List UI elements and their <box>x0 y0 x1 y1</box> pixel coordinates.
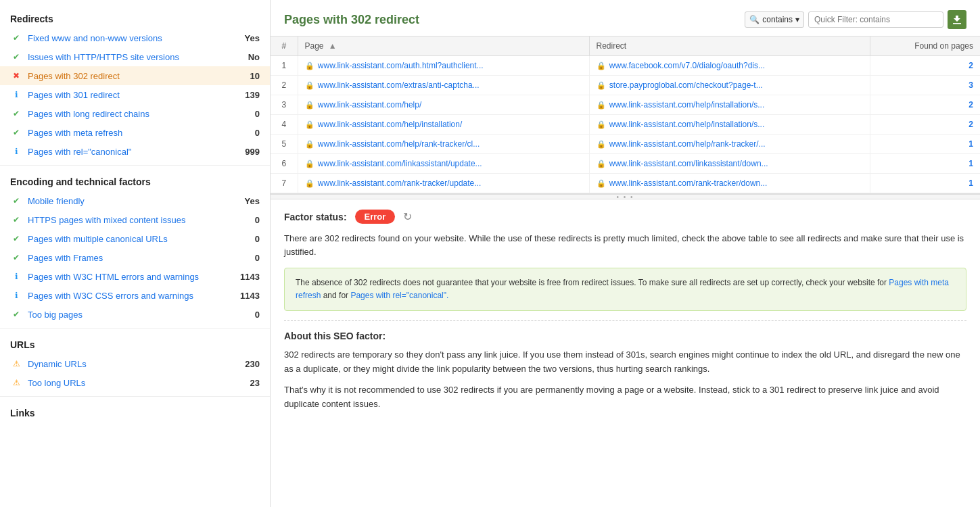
sidebar-item-label: Pages with 302 redirect <box>28 71 250 81</box>
sidebar-item-label: Pages with long redirect chains <box>28 109 255 119</box>
filter-area: 🔍 contains ▾ <box>745 10 966 29</box>
sidebar-item-redirect-chains[interactable]: ✔ Pages with long redirect chains 0 <box>0 104 270 123</box>
sidebar-item-label: Pages with rel="canonical" <box>28 147 245 157</box>
page-link[interactable]: www.link-assistant.com/auth.html?authcli… <box>318 61 484 70</box>
sidebar-item-label: HTTPS pages with mixed content issues <box>28 215 255 225</box>
sidebar-item-http-https[interactable]: ✔ Issues with HTTP/HTTPS site versions N… <box>0 47 270 66</box>
col-header-num: # <box>271 37 298 56</box>
cell-redirect: 🔒 www.link-assistant.com/rank-tracker/do… <box>589 174 870 193</box>
page-link[interactable]: www.link-assistant.com/help/rank-tracker… <box>318 139 480 149</box>
check-circle-icon: ✔ <box>10 32 22 44</box>
sidebar-item-fixed-www[interactable]: ✔ Fixed www and non-www versions Yes <box>0 28 270 47</box>
table-row: 3 🔒 www.link-assistant.com/help/ 🔒 www.l… <box>271 95 980 115</box>
sidebar-item-label: Pages with multiple canonical URLs <box>28 234 255 244</box>
lock-icon: 🔒 <box>597 160 606 168</box>
lock-icon: 🔒 <box>597 101 606 109</box>
about-paragraph-1: 302 redirects are temporary so they don'… <box>284 348 966 377</box>
filter-mode-select[interactable]: 🔍 contains ▾ <box>745 11 804 28</box>
cell-found: 2 <box>870 115 980 135</box>
redirect-link[interactable]: www.link-assistant.com/linkassistant/dow… <box>609 159 768 168</box>
divider <box>0 396 270 397</box>
download-button[interactable] <box>948 10 966 29</box>
refresh-icon[interactable]: ↻ <box>403 210 412 223</box>
redirect-link[interactable]: www.facebook.com/v7.0/dialog/oauth?dis..… <box>609 61 765 70</box>
sidebar-item-canonical[interactable]: ℹ Pages with rel="canonical" 999 <box>0 142 270 161</box>
page-link[interactable]: www.link-assistant.com/rank-tracker/upda… <box>318 178 481 188</box>
bottom-panel: Factor status: Error ↻ There are 302 red… <box>271 199 980 507</box>
redirect-link[interactable]: www.link-assistant.com/help/rank-tracker… <box>609 139 766 149</box>
lock-icon: 🔒 <box>597 81 606 89</box>
about-title: About this SEO factor: <box>284 331 966 341</box>
canonical-link[interactable]: Pages with rel="canonical". <box>350 291 448 300</box>
lock-icon: 🔒 <box>597 62 606 70</box>
cell-found: 2 <box>870 56 980 76</box>
filter-input[interactable] <box>808 11 943 28</box>
page-link[interactable]: www.link-assistant.com/help/installation… <box>318 120 462 129</box>
sidebar-item-w3c-html[interactable]: ℹ Pages with W3C HTML errors and warning… <box>0 267 270 286</box>
cell-page: 🔒 www.link-assistant.com/rank-tracker/up… <box>298 174 589 193</box>
sidebar-item-label: Issues with HTTP/HTTPS site versions <box>28 52 248 62</box>
lock-icon: 🔒 <box>305 62 314 70</box>
sidebar-item-301-redirect[interactable]: ℹ Pages with 301 redirect 139 <box>0 85 270 104</box>
cell-num: 6 <box>271 154 298 174</box>
warning-triangle-icon: ⚠ <box>10 358 22 370</box>
sidebar-item-label: Pages with W3C HTML errors and warnings <box>28 272 240 282</box>
sidebar-item-count: 1143 <box>240 291 260 301</box>
resize-handle[interactable]: • • • <box>271 194 980 199</box>
table-row: 4 🔒 www.link-assistant.com/help/installa… <box>271 115 980 135</box>
sidebar-item-count: 0 <box>255 253 260 263</box>
sidebar-item-count: 1143 <box>240 272 260 282</box>
sidebar-item-count: 0 <box>255 128 260 138</box>
download-icon <box>952 15 962 24</box>
info-box: The absence of 302 redirects does not gu… <box>284 268 966 311</box>
sidebar-item-mixed-content[interactable]: ✔ HTTPS pages with mixed content issues … <box>0 210 270 229</box>
cell-redirect: 🔒 www.link-assistant.com/help/installati… <box>589 95 870 115</box>
factor-status-row: Factor status: Error ↻ <box>284 210 966 224</box>
table-row: 2 🔒 www.link-assistant.com/extras/anti-c… <box>271 76 980 95</box>
cell-found: 1 <box>870 174 980 193</box>
table-header-row: # Page ▲ Redirect Found on pages <box>271 37 980 56</box>
sidebar-item-count: 0 <box>255 215 260 225</box>
sidebar-item-too-long-urls[interactable]: ⚠ Too long URLs 23 <box>0 373 270 392</box>
sidebar-item-w3c-css[interactable]: ℹ Pages with W3C CSS errors and warnings… <box>0 286 270 305</box>
sidebar-item-frames[interactable]: ✔ Pages with Frames 0 <box>0 248 270 267</box>
table-row: 6 🔒 www.link-assistant.com/linkassistant… <box>271 154 980 174</box>
check-circle-icon: ✔ <box>10 308 22 320</box>
page-link[interactable]: www.link-assistant.com/extras/anti-captc… <box>318 80 480 90</box>
sidebar-item-label: Pages with meta refresh <box>28 128 255 138</box>
main-header: Pages with 302 redirect 🔍 contains ▾ <box>271 0 980 37</box>
info-circle-icon: ℹ <box>10 289 22 301</box>
sidebar-item-count: 0 <box>255 234 260 244</box>
sidebar-item-label: Too long URLs <box>28 378 250 388</box>
info-circle-icon: ℹ <box>10 270 22 283</box>
cell-found: 1 <box>870 154 980 174</box>
cell-num: 7 <box>271 174 298 193</box>
page-link[interactable]: www.link-assistant.com/linkassistant/upd… <box>318 159 482 168</box>
redirect-link[interactable]: www.link-assistant.com/rank-tracker/down… <box>609 178 767 188</box>
redirect-link[interactable]: www.link-assistant.com/help/installation… <box>609 120 764 129</box>
sidebar-item-302-redirect[interactable]: ✖ Pages with 302 redirect 10 <box>0 66 270 85</box>
sidebar-item-multiple-canonical[interactable]: ✔ Pages with multiple canonical URLs 0 <box>0 229 270 248</box>
redirect-link[interactable]: www.link-assistant.com/help/installation… <box>609 100 764 110</box>
redirect-link[interactable]: store.payproglobal.com/checkout?page-t..… <box>609 80 763 90</box>
page-title: Pages with 302 redirect <box>284 13 419 27</box>
cell-redirect: 🔒 store.payproglobal.com/checkout?page-t… <box>589 76 870 95</box>
sidebar-item-too-big[interactable]: ✔ Too big pages 0 <box>0 305 270 324</box>
sidebar-item-mobile-friendly[interactable]: ✔ Mobile friendly Yes <box>0 191 270 210</box>
sidebar-item-count: 139 <box>245 90 260 100</box>
cell-page: 🔒 www.link-assistant.com/extras/anti-cap… <box>298 76 589 95</box>
cell-num: 4 <box>271 115 298 135</box>
sidebar-item-meta-refresh[interactable]: ✔ Pages with meta refresh 0 <box>0 123 270 142</box>
page-link[interactable]: www.link-assistant.com/help/ <box>318 100 421 110</box>
sidebar-item-dynamic-urls[interactable]: ⚠ Dynamic URLs 230 <box>0 354 270 373</box>
lock-icon: 🔒 <box>305 101 314 109</box>
cell-num: 1 <box>271 56 298 76</box>
sidebar-item-count: 10 <box>250 71 260 81</box>
lock-icon: 🔒 <box>305 179 314 187</box>
sidebar-item-label: Pages with Frames <box>28 253 255 263</box>
factor-status-label: Factor status: <box>284 212 347 222</box>
lock-icon: 🔒 <box>305 81 314 89</box>
search-icon: 🔍 <box>749 15 760 24</box>
about-paragraph-2: That's why it is not recommended to use … <box>284 383 966 412</box>
col-header-page[interactable]: Page ▲ <box>298 37 589 56</box>
